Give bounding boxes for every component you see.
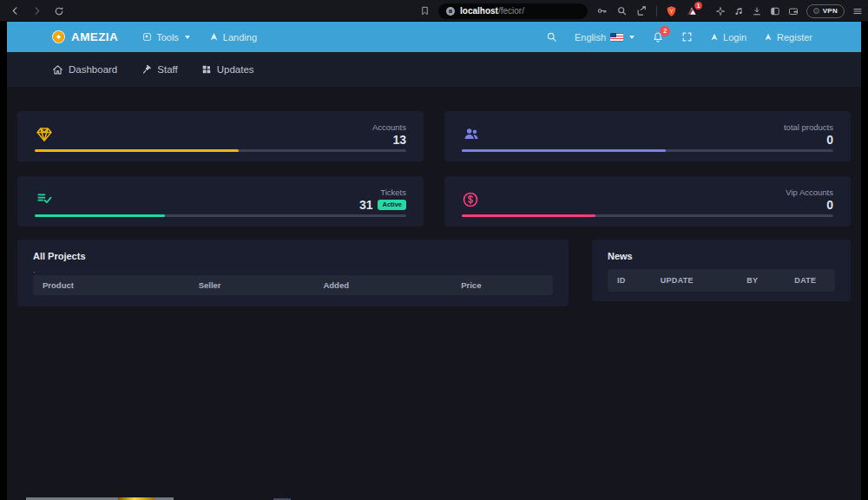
search-button[interactable] xyxy=(546,31,557,43)
progress-fill xyxy=(462,214,595,217)
panels-row: All Projects . Product Seller Added Pric… xyxy=(17,240,851,306)
progress-track xyxy=(462,214,833,217)
browser-actions: VPN xyxy=(715,0,863,22)
zoom-icon[interactable] xyxy=(616,5,628,16)
stats-grid: Accounts 13 total products 0 xyxy=(17,111,851,227)
paper-plane-icon xyxy=(710,33,719,42)
sidebar-icon[interactable] xyxy=(770,6,780,16)
toolbar-divider xyxy=(656,6,657,16)
all-projects-panel: All Projects . Product Seller Added Pric… xyxy=(17,240,569,306)
menu-item-tools[interactable]: Tools xyxy=(142,32,190,43)
subnav-updates-label: Updates xyxy=(217,64,254,75)
share-icon[interactable] xyxy=(636,5,648,16)
status-badge: Active xyxy=(378,200,406,211)
progress-track xyxy=(462,149,833,152)
fullscreen-icon xyxy=(681,31,693,43)
subnav-item-updates[interactable]: Updates xyxy=(201,64,254,75)
stat-label: Vip Accounts xyxy=(786,188,833,197)
stat-label: Accounts xyxy=(372,122,406,132)
column-header-seller: Seller xyxy=(189,280,314,290)
stat-card-vip-accounts: Vip Accounts 0 xyxy=(444,176,851,227)
panel-note: . xyxy=(33,267,553,273)
language-selector[interactable]: English xyxy=(575,32,635,43)
column-header-update: UPDATE xyxy=(651,276,738,285)
address-bar-area: localhost/fecior/ 1 xyxy=(420,0,698,22)
stat-card-total-products: total products 0 xyxy=(444,111,851,161)
brand-name: AMEZIA xyxy=(71,30,118,43)
password-key-icon[interactable] xyxy=(596,5,608,16)
stat-value-number: 31 xyxy=(359,198,373,212)
progress-fill xyxy=(35,149,239,152)
browser-nav-controls xyxy=(10,0,64,22)
subnav-item-staff[interactable]: Staff xyxy=(141,64,177,76)
wallet-icon[interactable] xyxy=(788,6,799,16)
news-table-header: ID UPDATE BY DATE xyxy=(608,269,835,292)
subnav-staff-label: Staff xyxy=(157,64,177,75)
notifications-button[interactable]: 2 xyxy=(652,31,664,43)
stat-value: 13 xyxy=(392,133,406,147)
dashboard-content: Accounts 13 total products 0 xyxy=(7,87,861,306)
stat-label: total products xyxy=(784,122,833,132)
stat-value-number: 13 xyxy=(392,133,406,147)
progress-fill xyxy=(35,214,165,217)
subnav-item-dashboard[interactable]: Dashboard xyxy=(52,64,117,76)
column-header-price: Price xyxy=(451,280,553,290)
grid-icon xyxy=(201,64,212,75)
brand-link[interactable]: AMEZIA xyxy=(52,30,118,43)
panel-title: All Projects xyxy=(33,251,553,261)
home-icon xyxy=(52,64,63,76)
brand-logo-icon xyxy=(52,30,65,43)
dollar-circle-icon xyxy=(462,191,479,208)
menu-item-landing[interactable]: Landing xyxy=(209,32,257,43)
gem-icon xyxy=(35,126,54,143)
progress-track xyxy=(35,149,406,152)
vpn-status-icon xyxy=(813,8,819,14)
projects-table-header: Product Seller Added Price xyxy=(33,275,553,295)
menu-item-tools-label: Tools xyxy=(156,32,179,43)
navbar-right: English 2 Login Register xyxy=(546,31,812,43)
stat-value: 0 xyxy=(826,198,833,212)
language-label: English xyxy=(575,32,606,43)
brave-shield-icon[interactable] xyxy=(666,5,677,17)
subnav-dashboard-label: Dashboard xyxy=(69,64,117,75)
stat-value: 0 xyxy=(826,133,833,147)
tools-icon xyxy=(142,32,152,42)
main-navbar: AMEZIA Tools Landing English xyxy=(7,22,861,52)
menu-item-landing-label: Landing xyxy=(223,32,257,43)
chevron-down-icon xyxy=(629,36,635,39)
media-note-icon[interactable] xyxy=(733,6,744,16)
search-icon xyxy=(546,31,557,43)
browser-toolbar: localhost/fecior/ 1 xyxy=(0,0,868,22)
leo-ai-icon[interactable] xyxy=(715,6,726,16)
notification-count-badge: 2 xyxy=(660,26,670,36)
column-header-id: ID xyxy=(608,276,651,285)
adblock-extension-icon[interactable]: 1 xyxy=(686,5,698,16)
news-panel: News ID UPDATE BY DATE xyxy=(592,240,851,301)
stat-card-tickets: Tickets 31 Active xyxy=(17,176,424,227)
gavel-icon xyxy=(141,64,152,76)
column-header-added: Added xyxy=(313,280,451,290)
url-path: /fecior/ xyxy=(498,6,524,16)
paper-plane-icon xyxy=(764,33,773,42)
progress-track xyxy=(35,214,406,217)
reload-icon[interactable] xyxy=(54,6,64,16)
register-button[interactable]: Register xyxy=(764,32,812,43)
url-bar[interactable]: localhost/fecior/ xyxy=(438,3,588,19)
download-icon[interactable] xyxy=(752,6,762,16)
paper-plane-icon xyxy=(209,32,219,42)
page-viewport: AMEZIA Tools Landing English xyxy=(7,22,861,500)
forward-icon[interactable] xyxy=(32,6,42,16)
menu-icon[interactable] xyxy=(852,6,863,16)
bookmark-icon[interactable] xyxy=(420,6,430,16)
vpn-button[interactable]: VPN xyxy=(806,4,845,18)
fullscreen-button[interactable] xyxy=(681,31,693,43)
login-button[interactable]: Login xyxy=(710,32,746,43)
site-info-icon[interactable] xyxy=(446,7,455,16)
list-check-icon xyxy=(35,191,54,207)
panel-title: News xyxy=(608,251,835,261)
progress-fill xyxy=(462,149,666,152)
stat-value-number: 0 xyxy=(826,198,833,212)
chevron-down-icon xyxy=(185,36,190,39)
back-icon[interactable] xyxy=(10,6,20,16)
column-header-date: DATE xyxy=(785,276,835,285)
